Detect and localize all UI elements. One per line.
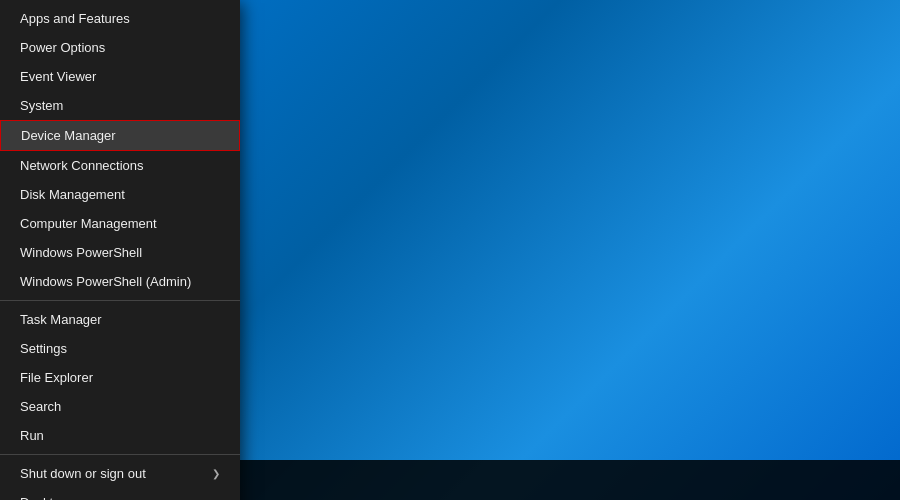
menu-item-label: Network Connections: [20, 158, 144, 173]
menu-item-label: Windows PowerShell: [20, 245, 142, 260]
menu-item-windows-powershell[interactable]: Windows PowerShell: [0, 238, 240, 267]
menu-item-system[interactable]: System: [0, 91, 240, 120]
menu-divider-2: [0, 454, 240, 455]
menu-item-label: Device Manager: [21, 128, 116, 143]
desktop: Apps and Features Power Options Event Vi…: [0, 0, 900, 500]
menu-item-search[interactable]: Search: [0, 392, 240, 421]
menu-item-device-manager[interactable]: Device Manager: [0, 120, 240, 151]
chevron-right-icon: ❯: [212, 468, 220, 479]
menu-item-shut-down[interactable]: Shut down or sign out ❯: [0, 459, 240, 488]
menu-item-label: Computer Management: [20, 216, 157, 231]
menu-item-label: Settings: [20, 341, 67, 356]
menu-item-label: Power Options: [20, 40, 105, 55]
menu-item-desktop[interactable]: Desktop: [0, 488, 240, 500]
menu-item-label: Task Manager: [20, 312, 102, 327]
menu-item-label: Event Viewer: [20, 69, 96, 84]
menu-divider-1: [0, 300, 240, 301]
menu-item-label: Disk Management: [20, 187, 125, 202]
menu-item-label: Shut down or sign out: [20, 466, 146, 481]
menu-item-file-explorer[interactable]: File Explorer: [0, 363, 240, 392]
menu-item-event-viewer[interactable]: Event Viewer: [0, 62, 240, 91]
menu-item-computer-management[interactable]: Computer Management: [0, 209, 240, 238]
menu-item-label: Run: [20, 428, 44, 443]
menu-item-label: Search: [20, 399, 61, 414]
context-menu: Apps and Features Power Options Event Vi…: [0, 0, 240, 500]
menu-item-settings[interactable]: Settings: [0, 334, 240, 363]
menu-item-label: Desktop: [20, 495, 68, 500]
menu-item-run[interactable]: Run: [0, 421, 240, 450]
menu-item-label: File Explorer: [20, 370, 93, 385]
menu-item-network-connections[interactable]: Network Connections: [0, 151, 240, 180]
menu-item-apps-and-features[interactable]: Apps and Features: [0, 4, 240, 33]
menu-item-windows-powershell-admin[interactable]: Windows PowerShell (Admin): [0, 267, 240, 296]
menu-item-power-options[interactable]: Power Options: [0, 33, 240, 62]
menu-item-disk-management[interactable]: Disk Management: [0, 180, 240, 209]
menu-item-label: Apps and Features: [20, 11, 130, 26]
menu-item-task-manager[interactable]: Task Manager: [0, 305, 240, 334]
menu-item-label: Windows PowerShell (Admin): [20, 274, 191, 289]
menu-item-label: System: [20, 98, 63, 113]
